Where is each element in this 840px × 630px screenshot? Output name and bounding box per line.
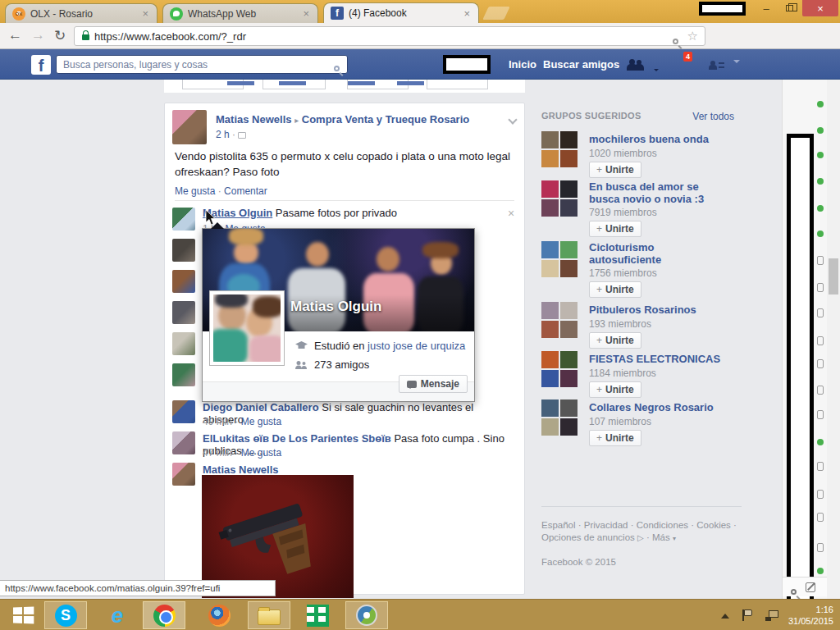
taskbar-firefox-button[interactable]	[198, 601, 240, 629]
forward-button[interactable]: →	[31, 27, 45, 43]
nav-home-link[interactable]: Inicio	[509, 58, 536, 71]
tab-facebook[interactable]: f (4) Facebook ×	[323, 2, 479, 23]
taskbar-chrome-button[interactable]	[143, 601, 185, 629]
tab-close-icon[interactable]: ×	[140, 7, 150, 20]
group-name-link[interactable]: Pitbuleros Rosarinos	[589, 304, 696, 316]
friends-count: 273 amigos	[314, 358, 369, 371]
group-members-count: 107 miembros	[589, 416, 714, 427]
comment-avatar[interactable]	[172, 363, 195, 386]
hidden-icons-caret[interactable]	[721, 609, 729, 619]
group-name-link[interactable]: mochileros buena onda	[589, 133, 709, 145]
group-name-link[interactable]: Cicloturismo autosuficiente	[589, 241, 696, 266]
taskbar-explorer-button[interactable]	[248, 601, 290, 629]
group-photo-collage[interactable]	[541, 302, 578, 338]
post-comment-link[interactable]: Comentar	[224, 185, 267, 197]
comment-like-link[interactable]: Me gusta	[241, 416, 281, 427]
group-photo-collage[interactable]	[541, 180, 578, 217]
nav-find-friends-link[interactable]: Buscar amigos	[543, 58, 619, 71]
comment-avatar[interactable]	[172, 208, 195, 231]
group-photo-collage[interactable]	[541, 131, 578, 167]
comment-like-link[interactable]: Me gusta	[241, 447, 281, 459]
taskbar-skype-button[interactable]: S	[44, 601, 87, 629]
education-link[interactable]: justo jose de urquiza	[368, 340, 465, 352]
post-timestamp[interactable]: 2 h	[216, 129, 230, 140]
action-center-flag-icon[interactable]	[742, 609, 754, 621]
chat-search-icon[interactable]	[791, 589, 797, 595]
comment-author-link[interactable]: ElLukitas өïв De Los Parientes Sbөïв	[203, 432, 391, 445]
post-group-link[interactable]: Compra Venta y Trueque Rosario	[302, 113, 469, 126]
settings-caret-icon[interactable]	[733, 63, 740, 78]
adchoices-icon: ▷	[637, 532, 644, 544]
post-author-link[interactable]: Matias Newells	[216, 113, 292, 126]
page-scrollbar[interactable]	[827, 80, 840, 599]
comment-avatar[interactable]	[172, 400, 195, 423]
group-photo-collage[interactable]	[541, 241, 578, 277]
comment-avatar[interactable]	[172, 431, 195, 454]
comment-avatar[interactable]	[172, 463, 195, 486]
mobile-status-icon	[817, 359, 824, 368]
group-name-link[interactable]: En busca del amor se busca novio o novia…	[589, 180, 728, 205]
footer-link[interactable]: Español	[541, 520, 576, 530]
footer-link[interactable]: Privacidad	[584, 520, 628, 530]
bookmark-star-icon[interactable]: ☆	[687, 29, 698, 43]
taskbar-picpick-button[interactable]	[345, 601, 388, 629]
comment-author-link[interactable]: Diego Daniel Caballero	[203, 401, 319, 413]
tab-close-icon[interactable]: ×	[301, 7, 311, 20]
join-group-button[interactable]: + Unirte	[589, 162, 641, 178]
reload-button[interactable]: ↻	[54, 27, 66, 44]
footer-link[interactable]: Cookies	[696, 520, 731, 530]
comment-avatar[interactable]	[172, 270, 195, 293]
join-group-button[interactable]: + Unirte	[589, 430, 641, 446]
group-name-link[interactable]: Collares Negros Rosario	[589, 401, 714, 413]
post-options-chevron-icon[interactable]	[508, 115, 517, 124]
start-button[interactable]	[2, 601, 44, 629]
zoom-search-icon[interactable]	[673, 39, 678, 44]
restore-button[interactable]	[779, 0, 799, 16]
close-window-button[interactable]: ×	[802, 0, 838, 16]
facebook-search-input[interactable]	[56, 55, 348, 74]
back-button[interactable]: ←	[8, 27, 22, 43]
tab-close-icon[interactable]: ×	[462, 7, 472, 20]
system-tray: 1:16 31/05/2015	[721, 600, 833, 630]
group-photo-collage[interactable]	[541, 399, 578, 436]
mobile-status-icon	[817, 490, 824, 499]
hovercard-name[interactable]: Matias Olguin	[290, 299, 381, 315]
comment-close-icon[interactable]: ×	[508, 207, 514, 220]
taskbar-ie-button[interactable]: e	[96, 601, 139, 629]
comment-avatar[interactable]	[172, 332, 195, 355]
scrollbar-thumb[interactable]	[829, 258, 838, 294]
facebook-logo[interactable]: f	[31, 55, 51, 75]
tab-olx[interactable]: OX OLX - Rosario ×	[5, 3, 158, 23]
address-bar[interactable]: https://www.facebook.com/?_rdr ☆	[74, 26, 705, 46]
hovercard-profile-picture[interactable]	[209, 290, 285, 366]
comment-avatar[interactable]	[172, 301, 195, 324]
minimize-button[interactable]: –	[756, 0, 776, 16]
post-like-link[interactable]: Me gusta	[175, 185, 215, 197]
footer-link[interactable]: Condiciones	[637, 520, 688, 530]
taskbar-clock[interactable]: 1:16 31/05/2015	[788, 604, 833, 627]
join-group-button[interactable]: + Unirte	[589, 221, 641, 237]
taskbar-store-button[interactable]	[296, 601, 339, 629]
group-privacy-icon	[238, 132, 246, 139]
comment-author-link[interactable]: Matias Newells	[203, 463, 279, 476]
message-button[interactable]: Mensaje	[399, 375, 468, 393]
footer-link[interactable]: Más	[652, 532, 670, 542]
see-all-link[interactable]: Ver todos	[692, 111, 734, 122]
new-tab-button[interactable]	[482, 7, 509, 20]
post-author-avatar[interactable]	[172, 110, 207, 144]
join-group-button[interactable]: + Unirte	[589, 332, 641, 349]
tab-whatsapp[interactable]: WhatsApp Web ×	[162, 3, 318, 23]
tab-title: OLX - Rosario	[30, 8, 135, 20]
comment-time: 47 min	[203, 447, 232, 459]
search-icon[interactable]	[334, 66, 340, 71]
group-photo-collage[interactable]	[541, 351, 578, 387]
footer-link[interactable]: Opciones de anuncios	[541, 532, 635, 542]
online-status-icon	[817, 127, 824, 134]
group-name-link[interactable]: FIESTAS ELECTRONICAS	[589, 353, 720, 365]
join-group-button[interactable]: + Unirte	[589, 381, 641, 398]
screen: OX OLX - Rosario × WhatsApp Web × f (4) …	[0, 0, 840, 630]
chat-compose-icon[interactable]	[806, 582, 815, 592]
network-icon[interactable]	[765, 610, 778, 621]
join-group-button[interactable]: + Unirte	[589, 281, 641, 298]
comment-avatar[interactable]	[172, 239, 195, 262]
